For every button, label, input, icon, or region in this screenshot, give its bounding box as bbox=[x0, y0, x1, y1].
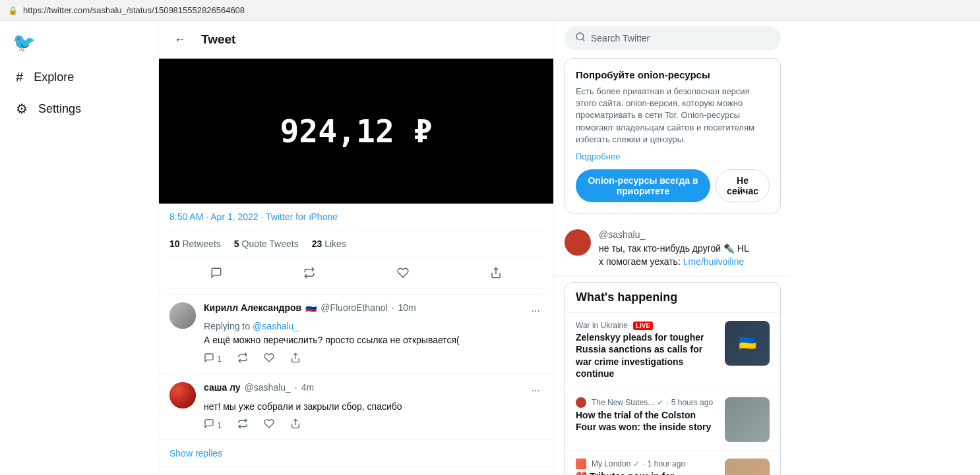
trending-image-ukraine: 🇺🇦 bbox=[725, 321, 770, 366]
reply-avatar-sasha bbox=[169, 382, 196, 408]
reply-count-1: 1 bbox=[217, 354, 222, 364]
tweet-amount: 924,12 ₽ bbox=[280, 113, 432, 150]
reply-reply-2[interactable]: 1 bbox=[204, 418, 222, 432]
lock-icon: 🔒 bbox=[8, 6, 18, 15]
like-action-button[interactable] bbox=[390, 260, 415, 285]
trending-left-ukraine: War in Ukraine LIVE Zelenskyy pleads for… bbox=[576, 321, 717, 381]
show-more-replies-button[interactable]: Show more replies bbox=[159, 467, 553, 475]
reply-like-1[interactable] bbox=[264, 352, 274, 366]
reply-text-2: нет! мы уже собрали и закрыли сбор, спас… bbox=[204, 401, 543, 414]
related-handle[interactable]: @sashalu_ bbox=[599, 229, 781, 240]
hashtag-icon: # bbox=[16, 70, 23, 85]
retweet-icon-1 bbox=[237, 352, 248, 366]
reply-more-button-1[interactable]: ··· bbox=[529, 302, 543, 320]
source-icon-colston bbox=[576, 397, 586, 408]
share-icon-1 bbox=[290, 352, 301, 366]
trending-item-ukraine[interactable]: War in Ukraine LIVE Zelenskyy pleads for… bbox=[565, 312, 780, 389]
reply-header-2: саша лу @sashalu_ · 4m ··· bbox=[204, 382, 543, 399]
retweets-stat[interactable]: 10 Retweets bbox=[169, 238, 221, 249]
reply-tweet-2: саша лу @sashalu_ · 4m ··· нет! мы уже с… bbox=[159, 374, 553, 441]
reply-tweet-1: Кирилл Александров 🇷🇺 @FluoroEthanol · 1… bbox=[159, 294, 553, 374]
reply-content-1: Кирилл Александров 🇷🇺 @FluoroEthanol · 1… bbox=[204, 302, 543, 366]
share-icon-2 bbox=[290, 418, 301, 432]
twitter-logo[interactable]: 🐦 bbox=[8, 26, 40, 58]
retweet-action-button[interactable] bbox=[297, 260, 322, 285]
back-button[interactable]: ← bbox=[169, 29, 191, 50]
retweets-label: Retweets bbox=[182, 238, 220, 249]
reply-share-1[interactable] bbox=[290, 352, 301, 366]
svg-point-3 bbox=[576, 33, 584, 40]
search-icon bbox=[575, 32, 586, 45]
likes-count: 23 bbox=[312, 238, 322, 249]
trending-category-june: My London ✓ · 1 hour ago bbox=[576, 459, 717, 469]
onion-title: Попробуйте onion-ресурсы bbox=[576, 69, 770, 80]
address-bar: 🔒 https://twitter.com/sashalu_/status/15… bbox=[0, 0, 980, 21]
reply-share-2[interactable] bbox=[290, 418, 301, 432]
trending-item-colston[interactable]: The New States... ✓ · 5 hours ago How th… bbox=[565, 389, 780, 450]
reply-icon-2 bbox=[204, 418, 214, 432]
whats-happening-title: What's happening bbox=[565, 283, 780, 312]
reply-user-info-2: саша лу @sashalu_ · 4m bbox=[204, 382, 314, 393]
tweet-actions bbox=[169, 258, 543, 289]
verified-badge-colston: ✓ bbox=[657, 398, 663, 407]
trending-category-colston: The New States... ✓ · 5 hours ago bbox=[576, 397, 717, 408]
reply-retweet-1[interactable] bbox=[237, 352, 248, 366]
trending-title-ukraine: Zelenskyy pleads for tougher Russia sanc… bbox=[576, 331, 717, 379]
reply-actions-2: 1 bbox=[204, 418, 543, 432]
retweet-icon-2 bbox=[237, 418, 248, 432]
app-container: 🐦 # Explore ⚙ Settings ← Tweet 924,12 ₽ … bbox=[0, 21, 980, 475]
twitter-client[interactable]: Twitter for iPhone bbox=[266, 211, 338, 222]
trending-item-june[interactable]: My London ✓ · 1 hour ago 💔 Tributes pour… bbox=[565, 450, 780, 475]
tweet-image: 924,12 ₽ bbox=[159, 59, 553, 204]
trending-left-june: My London ✓ · 1 hour ago 💔 Tributes pour… bbox=[576, 459, 717, 475]
sidebar-item-settings[interactable]: ⚙ Settings bbox=[8, 94, 150, 123]
tweet-stats: 10 Retweets 5 Quote Tweets 23 Likes bbox=[169, 230, 543, 258]
reply-user-info-1: Кирилл Александров 🇷🇺 @FluoroEthanol · 1… bbox=[204, 302, 416, 313]
share-action-button[interactable] bbox=[483, 260, 508, 285]
reply-to-handle-1[interactable]: @sashalu_ bbox=[253, 321, 299, 331]
tweet-metadata: 8:50 AM · Apr 1, 2022 · Twitter for iPho… bbox=[159, 204, 553, 294]
explore-label: Explore bbox=[34, 70, 74, 84]
related-account-tweet[interactable]: @sashalu_ не ты, так кто-нибудь другой ✒… bbox=[554, 221, 791, 277]
reply-like-2[interactable] bbox=[264, 418, 274, 432]
trending-title-colston: How the trial of the Colston Four was wo… bbox=[576, 409, 717, 433]
search-area: Search Twitter bbox=[554, 21, 791, 50]
gear-icon: ⚙ bbox=[16, 101, 28, 117]
reply-avatar-kirill bbox=[169, 302, 196, 329]
reply-time-1: 10m bbox=[398, 302, 416, 313]
url-text: https://twitter.com/sashalu_/status/1509… bbox=[23, 5, 245, 15]
onion-secondary-button[interactable]: Не сейчас bbox=[716, 169, 770, 202]
whats-happening-section: What's happening War in Ukraine LIVE Zel… bbox=[565, 282, 781, 475]
onion-popup: Попробуйте onion-ресурсы Есть более прив… bbox=[565, 58, 781, 213]
reply-handle-1[interactable]: @FluoroEthanol bbox=[321, 302, 387, 313]
reply-more-button-2[interactable]: ··· bbox=[529, 382, 543, 399]
reply-count-2: 1 bbox=[217, 420, 222, 430]
reply-time-2: 4m bbox=[301, 382, 314, 393]
quote-retweets-label: Quote Tweets bbox=[242, 238, 299, 249]
reply-display-name-1[interactable]: Кирилл Александров bbox=[204, 302, 301, 313]
source-icon-june bbox=[576, 459, 586, 469]
onion-text: Есть более приватная и безопасная версия… bbox=[576, 86, 770, 146]
show-replies-button[interactable]: Show replies bbox=[159, 440, 553, 467]
trending-image-june bbox=[725, 459, 770, 475]
tweet-timestamp: 8:50 AM · Apr 1, 2022 · Twitter for iPho… bbox=[169, 211, 543, 222]
onion-more-link[interactable]: Подробнее bbox=[576, 152, 620, 161]
search-placeholder: Search Twitter bbox=[591, 33, 650, 43]
search-box[interactable]: Search Twitter bbox=[565, 26, 781, 50]
reply-reply-1[interactable]: 1 bbox=[204, 352, 222, 366]
main-content: ← Tweet 924,12 ₽ 8:50 AM · Apr 1, 2022 ·… bbox=[158, 21, 554, 475]
flag-icon-1: 🇷🇺 bbox=[305, 302, 317, 313]
reply-to-1: Replying to @sashalu_ bbox=[204, 321, 543, 331]
sidebar-item-explore[interactable]: # Explore bbox=[8, 63, 150, 92]
related-link[interactable]: t.me/huiivoiline bbox=[683, 256, 745, 267]
quote-retweets-stat[interactable]: 5 Quote Tweets bbox=[234, 238, 299, 249]
reply-display-name-2[interactable]: саша лу bbox=[204, 382, 241, 393]
verified-badge-june: ✓ bbox=[633, 459, 640, 468]
onion-buttons: Onion-ресурсы всегда в приоритете Не сей… bbox=[576, 169, 770, 202]
reply-retweet-2[interactable] bbox=[237, 418, 248, 432]
reply-handle-2[interactable]: @sashalu_ bbox=[245, 382, 291, 393]
trending-image-colston bbox=[725, 397, 770, 442]
onion-primary-button[interactable]: Onion-ресурсы всегда в приоритете bbox=[576, 169, 710, 202]
reply-action-button[interactable] bbox=[204, 260, 229, 285]
likes-stat[interactable]: 23 Likes bbox=[312, 238, 346, 249]
